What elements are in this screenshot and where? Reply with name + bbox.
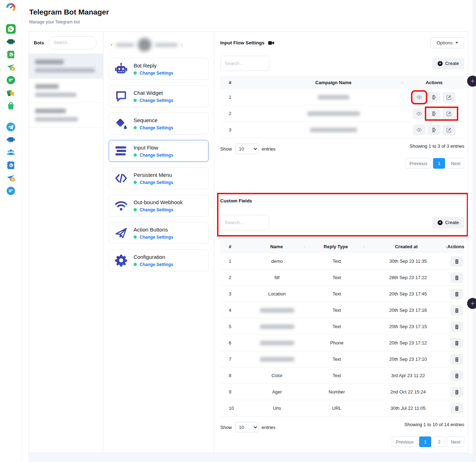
delete-button[interactable]: [450, 403, 463, 414]
settings-menu-item-plane[interactable]: Action Buttons Change Settings: [109, 222, 209, 244]
page-button-2[interactable]: 2: [433, 436, 445, 447]
configuration-icon: [114, 254, 128, 267]
settings-menu-item-paint[interactable]: Sequence Change Settings: [109, 113, 209, 135]
sort-icon-active[interactable]: ↑↓: [444, 245, 447, 249]
settings-menu-item-bars[interactable]: Input Flow Change Settings: [109, 140, 209, 162]
entries-label: entries: [262, 425, 276, 430]
custom-fields-header-section: Custom Fields + Create: [218, 194, 467, 235]
bot-list-item[interactable]: [29, 103, 103, 127]
view-button[interactable]: [413, 92, 426, 103]
bot-green-icon[interactable]: [6, 37, 16, 47]
delete-button[interactable]: [450, 387, 463, 397]
change-settings-link[interactable]: Change Settings: [140, 153, 173, 158]
view-button[interactable]: [413, 108, 426, 119]
settings-menu-item-robot[interactable]: Bot Reply Change Settings: [109, 58, 209, 80]
bot-blue-icon[interactable]: [6, 135, 16, 145]
options-button[interactable]: Options: [431, 37, 464, 48]
previous-page-button[interactable]: Previous: [392, 436, 418, 447]
change-settings-link[interactable]: Change Settings: [140, 125, 173, 130]
column-header-created-at[interactable]: Created at↑↓: [366, 244, 448, 249]
column-header-num[interactable]: #: [220, 244, 247, 249]
reply-type: Phone: [307, 340, 367, 346]
ai-assistant-button[interactable]: [467, 298, 476, 309]
campaign-name-redacted: [263, 128, 404, 132]
contacts-book-blue-icon[interactable]: [6, 161, 16, 170]
column-header-campaign[interactable]: Campaign Name↑↓: [263, 80, 404, 85]
whatsapp-icon[interactable]: [6, 24, 16, 34]
custom-fields-search-input[interactable]: [220, 215, 269, 230]
reply-type: URL: [307, 406, 367, 411]
column-header-reply-type[interactable]: Reply Type↑↓: [306, 244, 366, 249]
delete-button[interactable]: [450, 272, 463, 283]
delete-button[interactable]: [450, 338, 463, 348]
group-users-icon[interactable]: [6, 148, 16, 157]
integration-puzzle-icon[interactable]: [6, 88, 16, 98]
previous-page-button[interactable]: Previous: [406, 158, 432, 169]
bot-list-item[interactable]: [29, 54, 103, 78]
custom-field-row: 3 Location Text 20th Sep 23 17:45: [220, 286, 464, 302]
shop-bag-icon[interactable]: [6, 101, 16, 110]
export-button[interactable]: [428, 108, 440, 119]
next-page-button[interactable]: Next: [447, 158, 464, 169]
settings-menu-item-code[interactable]: Persistent Menu Change Settings: [109, 167, 209, 189]
sort-icon[interactable]: ↑↓: [303, 245, 305, 249]
delete-button[interactable]: [450, 305, 463, 316]
campaign-plane-blue-icon[interactable]: 1: [6, 173, 16, 183]
menu-item-title: Sequence: [134, 117, 173, 123]
export-button[interactable]: [428, 125, 440, 135]
video-tutorial-icon[interactable]: [268, 41, 274, 45]
ai-assistant-button[interactable]: [467, 76, 476, 87]
change-settings-link[interactable]: Change Settings: [140, 262, 173, 267]
edit-button[interactable]: [443, 92, 455, 103]
column-header-num[interactable]: #: [220, 80, 263, 85]
dashboard-gauge-icon[interactable]: [6, 3, 16, 12]
bots-search-input[interactable]: [48, 36, 97, 49]
column-header-name[interactable]: Name↑↓: [247, 244, 306, 249]
chat-bubble-blue-icon[interactable]: [6, 186, 16, 196]
view-button[interactable]: [413, 125, 426, 135]
create-label: Create: [445, 61, 459, 66]
delete-button[interactable]: [450, 370, 463, 381]
change-settings-link[interactable]: Change Settings: [140, 235, 173, 240]
edit-button[interactable]: [443, 125, 455, 135]
bot-list-item[interactable]: [29, 78, 103, 103]
field-name: [247, 325, 307, 329]
create-input-flow-button[interactable]: + Create: [432, 58, 464, 69]
change-settings-link[interactable]: Change Settings: [140, 180, 173, 185]
sort-icon[interactable]: ↑↓: [363, 245, 365, 249]
sort-icon[interactable]: ↑↓: [401, 81, 403, 85]
change-settings-link[interactable]: Change Settings: [140, 207, 173, 212]
delete-button[interactable]: [450, 354, 463, 365]
change-settings-link[interactable]: Change Settings: [140, 71, 173, 76]
change-settings-link[interactable]: Change Settings: [140, 98, 173, 103]
show-label: Show: [220, 425, 232, 430]
delete-button[interactable]: [450, 321, 463, 332]
campaign-plane-green-icon[interactable]: 1: [6, 62, 16, 72]
delete-button[interactable]: [450, 256, 463, 267]
settings-menu-item-chat[interactable]: Chat Widget Change Settings: [109, 85, 209, 107]
input-flow-search-input[interactable]: [220, 56, 269, 71]
settings-menu-item-wifi[interactable]: Out-bound Webhook Change Settings: [109, 195, 209, 217]
export-button[interactable]: [428, 92, 440, 103]
contacts-book-green-icon[interactable]: [6, 50, 16, 59]
create-custom-field-button[interactable]: + Create: [432, 217, 464, 228]
row-number: 6: [220, 340, 247, 346]
page-button-1[interactable]: 1: [433, 158, 445, 169]
settings-menu-item-gear[interactable]: Configuration Change Settings: [109, 249, 209, 271]
field-name: Color: [247, 373, 307, 378]
reply-type: Text: [307, 357, 367, 362]
page-button-1[interactable]: 1: [419, 436, 431, 447]
next-page-button[interactable]: Next: [447, 436, 464, 447]
plus-circle-icon: +: [438, 220, 443, 225]
reply-type: Number: [307, 389, 367, 395]
delete-button[interactable]: [450, 289, 463, 299]
page-size-select[interactable]: 10: [235, 143, 259, 154]
custom-field-row: 8 Color Text 3rd Apr 23 11:22: [220, 368, 464, 384]
app-icon-sidebar: 1 1: [0, 0, 22, 462]
chat-bubble-green-icon[interactable]: [6, 75, 16, 85]
scrollbar[interactable]: [473, 0, 476, 462]
telegram-icon[interactable]: [6, 122, 16, 132]
page-size-select[interactable]: 10: [235, 422, 259, 433]
row-number: 4: [220, 308, 247, 313]
edit-button[interactable]: [443, 108, 455, 119]
